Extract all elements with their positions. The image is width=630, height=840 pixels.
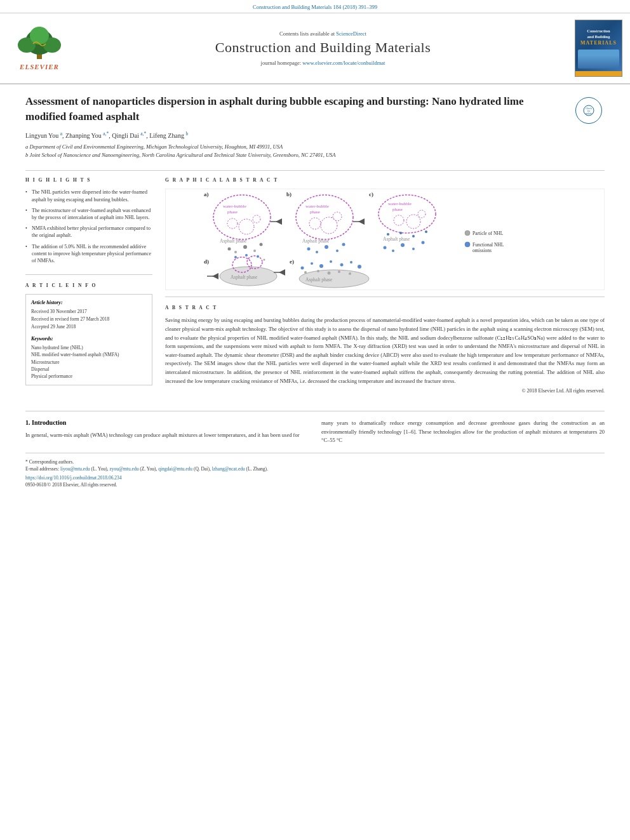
svg-point-71 (264, 259, 265, 261)
elsevier-label: ELSEVIER (20, 63, 59, 70)
journal-cover: Constructionand BuildingMATERIALS (575, 20, 622, 77)
svg-point-45 (418, 210, 426, 218)
svg-point-48 (392, 250, 394, 252)
email-link-2[interactable]: zyou@mtu.edu (110, 466, 140, 472)
svg-point-43 (394, 215, 404, 225)
authors: Lingyun You a, Zhanping You a,*, Qingli … (25, 131, 563, 139)
svg-text:Asphalt phase: Asphalt phase (231, 274, 258, 280)
two-column-layout: H I G H L I G H T S The NHL particles we… (25, 170, 605, 401)
svg-point-87 (338, 270, 340, 273)
elsevier-tree-icon (14, 26, 65, 61)
svg-point-88 (349, 272, 351, 275)
article-title-section: Assessment of nanoparticles dispersion i… (25, 94, 605, 164)
page-wrapper: Construction and Building Materials 184 … (0, 0, 630, 497)
corresponding-note: * Corresponding authors. (25, 458, 605, 465)
article-title: Assessment of nanoparticles dispersion i… (25, 94, 563, 124)
svg-text:omissions: omissions (473, 248, 492, 253)
graphical-abstract-image: a) water-bubble phase Asphalt phase (165, 189, 605, 290)
keyword-5: Physical performance (31, 373, 147, 380)
intro-left: 1. Introduction In general, warm-mix asp… (25, 419, 309, 445)
highlight-item-2: The microstructure of water-foamed aspha… (25, 207, 152, 221)
journal-citation: Construction and Building Materials 184 … (253, 4, 377, 10)
abstract-label: A B S T R A C T (165, 305, 605, 312)
svg-point-25 (296, 195, 353, 239)
svg-text:phase: phase (227, 210, 238, 215)
svg-point-78 (311, 262, 313, 265)
svg-point-82 (350, 261, 352, 263)
copyright-line: 0950-0618/© 2018 Elsevier, All rights re… (25, 482, 605, 488)
affiliation-a: a Department of Civil and Environmental … (25, 143, 563, 151)
homepage-link[interactable]: www.elsevier.com/locate/conbuildmat (302, 60, 385, 66)
article-content: Assessment of nanoparticles dispersion i… (0, 84, 630, 497)
svg-point-51 (422, 241, 425, 244)
email-link-1[interactable]: liyou@mtu.edu (60, 466, 91, 472)
svg-text:Asphalt phase: Asphalt phase (302, 238, 330, 244)
email-link-4[interactable]: lzhang@ncat.edu (212, 466, 246, 472)
cover-box: Constructionand BuildingMATERIALS (575, 20, 622, 77)
elsevier-logo: ELSEVIER (8, 26, 71, 70)
svg-point-14 (239, 219, 254, 234)
svg-point-15 (253, 215, 260, 223)
intro-two-col: 1. Introduction In general, warm-mix asp… (25, 419, 605, 445)
check-updates-badge: Check for updates (573, 94, 605, 159)
check-updates-icon: Check for updates (583, 105, 594, 116)
svg-point-80 (330, 260, 332, 263)
svg-point-70 (257, 255, 259, 258)
svg-text:phase: phase (310, 210, 320, 215)
svg-point-4 (30, 27, 49, 44)
svg-point-86 (328, 272, 331, 275)
svg-point-19 (243, 245, 247, 249)
svg-point-58 (465, 242, 470, 247)
svg-point-84 (304, 271, 307, 274)
journal-homepage: journal homepage: www.elsevier.com/locat… (77, 60, 568, 66)
cover-mini-image (578, 50, 619, 69)
svg-text:Asphalt phase: Asphalt phase (383, 236, 410, 242)
svg-point-52 (387, 233, 389, 236)
svg-text:b): b) (286, 191, 292, 197)
cover-box-accent (575, 71, 622, 76)
history-title: Article history: (31, 300, 147, 305)
article-title-text: Assessment of nanoparticles dispersion i… (25, 94, 563, 159)
cover-box-title: Constructionand BuildingMATERIALS (580, 28, 617, 46)
svg-text:water-bubble: water-bubble (388, 201, 412, 206)
svg-point-30 (333, 212, 342, 221)
top-bar: Construction and Building Materials 184 … (0, 0, 630, 13)
intro-right-text: many years to dramatically reduce energy… (321, 419, 605, 445)
highlight-item-4: The addition of 5.0% NHL is the recommen… (25, 243, 152, 265)
intro-left-text: In general, warm-mix asphalt (WMA) techn… (25, 431, 309, 440)
highlights-section: H I G H L I G H T S The NHL particles we… (25, 177, 152, 275)
svg-point-54 (412, 235, 415, 237)
svg-text:c): c) (369, 191, 373, 197)
svg-point-83 (358, 265, 361, 269)
abstract-section: A B S T R A C T Saving mixing energy by … (165, 305, 605, 394)
svg-point-21 (260, 243, 263, 246)
intro-right: many years to dramatically reduce energy… (321, 419, 605, 445)
email-link-3[interactable]: qingdai@mtu.edu (158, 466, 194, 472)
svg-point-13 (227, 218, 238, 229)
svg-point-49 (401, 243, 405, 247)
svg-point-77 (301, 267, 304, 270)
sciencedirect-link[interactable]: ScienceDirect (336, 30, 366, 37)
svg-point-35 (336, 250, 338, 252)
keyword-2: NHL modified water-foamed asphalt (NMFA) (31, 351, 147, 358)
highlight-item-1: The NHL particles were dispersed into th… (25, 189, 152, 203)
graphical-abstract-svg: a) water-bubble phase Asphalt phase (166, 189, 604, 290)
svg-point-79 (319, 264, 323, 268)
doi-link[interactable]: https://doi.org/10.1016/j.conbuildmat.20… (25, 475, 122, 481)
article-footer: * Corresponding authors. E-mail addresse… (25, 453, 605, 488)
check-updates-circle: Check for updates (575, 97, 602, 124)
highlights-label: H I G H L I G H T S (25, 177, 152, 185)
svg-point-50 (412, 248, 415, 250)
svg-point-85 (317, 270, 319, 272)
svg-text:phase: phase (392, 207, 403, 212)
keyword-3: Microstructure (31, 359, 147, 366)
graphical-abstract-section: G R A P H I C A L A B S T R A C T a) wat… (165, 177, 605, 297)
svg-point-40 (379, 195, 436, 233)
sciencedirect-line: Contents lists available at ScienceDirec… (77, 30, 568, 37)
journal-center: Contents lists available at ScienceDirec… (77, 30, 568, 66)
journal-title: Construction and Building Materials (77, 39, 568, 56)
svg-text:Asphalt phase: Asphalt phase (220, 238, 247, 244)
svg-point-56 (465, 230, 470, 236)
svg-text:a): a) (204, 191, 209, 197)
svg-point-68 (234, 256, 237, 258)
